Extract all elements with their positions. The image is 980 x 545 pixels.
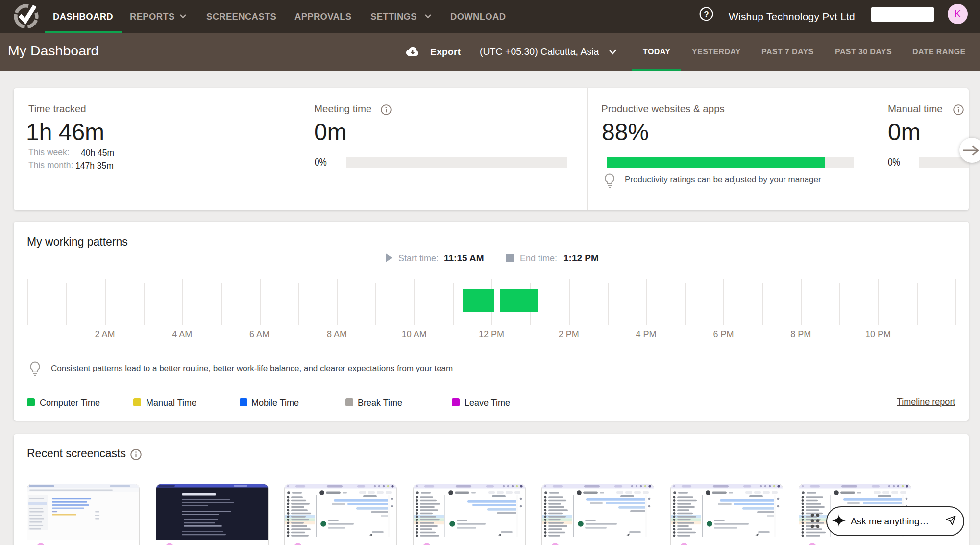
svg-text:?: ?	[704, 10, 709, 19]
